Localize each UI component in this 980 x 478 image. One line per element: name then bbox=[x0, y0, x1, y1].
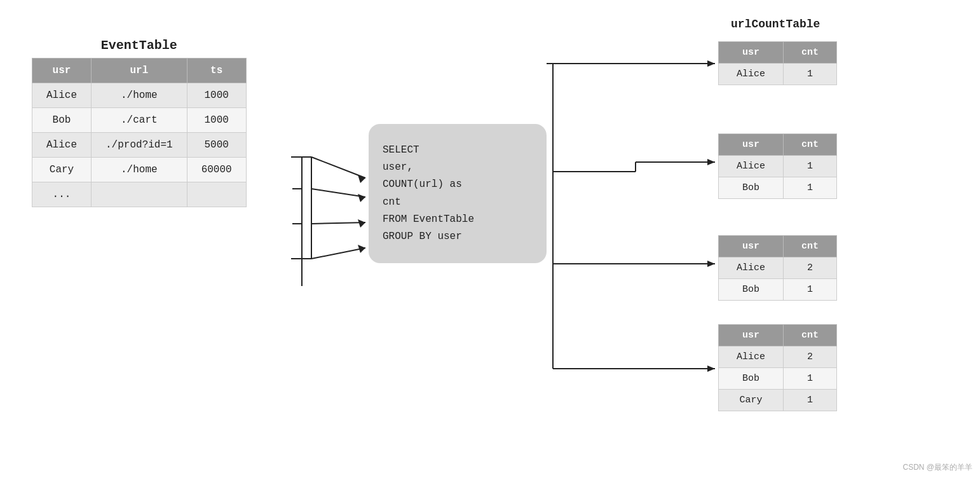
event-table-cell-3-2: 60000 bbox=[187, 158, 246, 182]
result-table-4-header: usr bbox=[719, 325, 784, 346]
result-table-1-cell-0-0: Alice bbox=[719, 64, 784, 85]
result-table-1-header: cnt bbox=[784, 42, 837, 64]
sql-line: COUNT(url) as bbox=[383, 176, 533, 193]
svg-marker-9 bbox=[358, 175, 365, 183]
event-table-cell-3-1: ./home bbox=[92, 158, 187, 182]
sql-box: SELECT user, COUNT(url) ascntFROM EventT… bbox=[369, 124, 547, 263]
result-table-4-cell-0-0: Alice bbox=[719, 346, 784, 368]
event-table-cell-4-2 bbox=[187, 182, 246, 207]
result-table-1: usrcntAlice1 bbox=[718, 41, 837, 85]
svg-marker-13 bbox=[358, 219, 365, 228]
event-table-header-url: url bbox=[92, 58, 187, 83]
result-table-3-header: usr bbox=[719, 236, 784, 257]
event-table-cell-1-2: 1000 bbox=[187, 108, 246, 133]
result-table-2-cell-1-1: 1 bbox=[784, 177, 837, 199]
event-table: usr url ts Alice./home1000Bob./cart1000A… bbox=[32, 58, 247, 207]
result-table-2-header: usr bbox=[719, 134, 784, 156]
event-table-cell-1-0: Bob bbox=[32, 108, 92, 133]
result-table-3-cell-0-1: 2 bbox=[784, 257, 837, 279]
result-table-2-cell-1-0: Bob bbox=[719, 177, 784, 199]
svg-line-10 bbox=[311, 189, 365, 197]
result-table-4-cell-1-1: 1 bbox=[784, 368, 837, 390]
svg-marker-23 bbox=[707, 159, 715, 165]
result-table-1-header: usr bbox=[719, 42, 784, 64]
svg-marker-11 bbox=[358, 194, 365, 202]
sql-line: cnt bbox=[383, 194, 533, 211]
result-table-3-cell-1-1: 1 bbox=[784, 279, 837, 301]
result-table-4-cell-1-0: Bob bbox=[719, 368, 784, 390]
event-table-cell-3-0: Cary bbox=[32, 158, 92, 182]
result-table-4-header: cnt bbox=[784, 325, 837, 346]
event-table-cell-0-0: Alice bbox=[32, 83, 92, 108]
event-table-cell-4-1 bbox=[92, 182, 187, 207]
sql-line: user, bbox=[383, 159, 533, 176]
svg-line-12 bbox=[311, 222, 365, 224]
event-table-cell-2-2: 5000 bbox=[187, 133, 246, 158]
sql-line: GROUP BY user bbox=[383, 228, 533, 245]
result-table-3-cell-0-0: Alice bbox=[719, 257, 784, 279]
result-table-1-cell-0-1: 1 bbox=[784, 64, 837, 85]
result-table-4: usrcntAlice2Bob1Cary1 bbox=[718, 324, 837, 411]
result-table-3-header: cnt bbox=[784, 236, 837, 257]
event-table-cell-2-0: Alice bbox=[32, 133, 92, 158]
svg-marker-26 bbox=[707, 261, 715, 267]
svg-line-14 bbox=[311, 248, 365, 259]
result-table-4-cell-0-1: 2 bbox=[784, 346, 837, 368]
event-table-cell-0-2: 1000 bbox=[187, 83, 246, 108]
result-table-2: usrcntAlice1Bob1 bbox=[718, 133, 837, 199]
event-table-cell-4-0: ... bbox=[32, 182, 92, 207]
result-table-3: usrcntAlice2Bob1 bbox=[718, 235, 837, 301]
event-table-cell-1-1: ./cart bbox=[92, 108, 187, 133]
event-table-header-usr: usr bbox=[32, 58, 92, 83]
event-table-cell-0-1: ./home bbox=[92, 83, 187, 108]
result-table-2-header: cnt bbox=[784, 134, 837, 156]
result-table-4-cell-2-0: Cary bbox=[719, 390, 784, 411]
event-table-title: EventTable bbox=[32, 38, 247, 53]
result-table-4-cell-2-1: 1 bbox=[784, 390, 837, 411]
result-table-2-cell-0-1: 1 bbox=[784, 156, 837, 177]
svg-marker-29 bbox=[707, 365, 715, 372]
event-table-section: EventTable usr url ts Alice./home1000Bob… bbox=[32, 38, 247, 207]
url-count-label: urlCountTable bbox=[731, 18, 820, 31]
sql-line: SELECT bbox=[383, 142, 533, 159]
watermark: CSDN @最笨的羊羊 bbox=[902, 462, 972, 473]
event-table-header-ts: ts bbox=[187, 58, 246, 83]
result-table-3-cell-1-0: Bob bbox=[719, 279, 784, 301]
event-table-cell-2-1: ./prod?id=1 bbox=[92, 133, 187, 158]
result-table-2-cell-0-0: Alice bbox=[719, 156, 784, 177]
svg-line-8 bbox=[311, 157, 365, 178]
svg-marker-15 bbox=[358, 245, 365, 253]
svg-marker-19 bbox=[707, 60, 715, 67]
diagram-container: EventTable usr url ts Alice./home1000Bob… bbox=[0, 0, 980, 478]
sql-line: FROM EventTable bbox=[383, 211, 533, 228]
